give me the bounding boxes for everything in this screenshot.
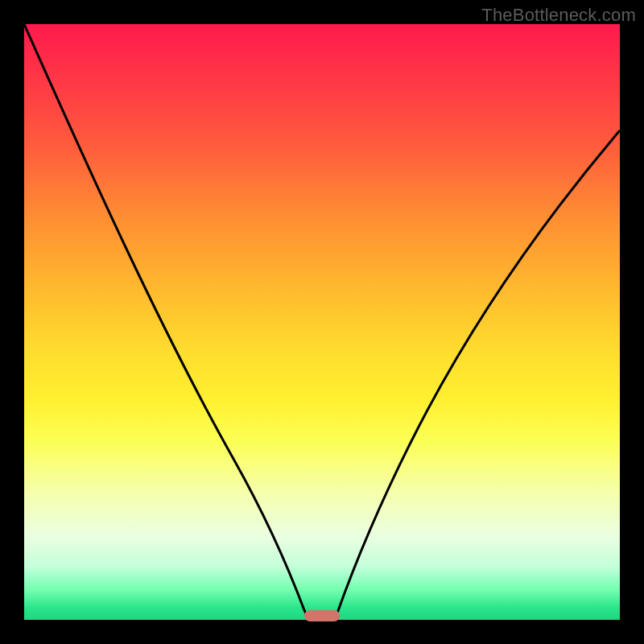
bottleneck-marker	[304, 610, 340, 621]
curve-layer	[24, 24, 620, 620]
right-branch	[335, 130, 620, 620]
left-branch	[24, 24, 309, 620]
watermark-text: TheBottleneck.com	[481, 5, 636, 26]
